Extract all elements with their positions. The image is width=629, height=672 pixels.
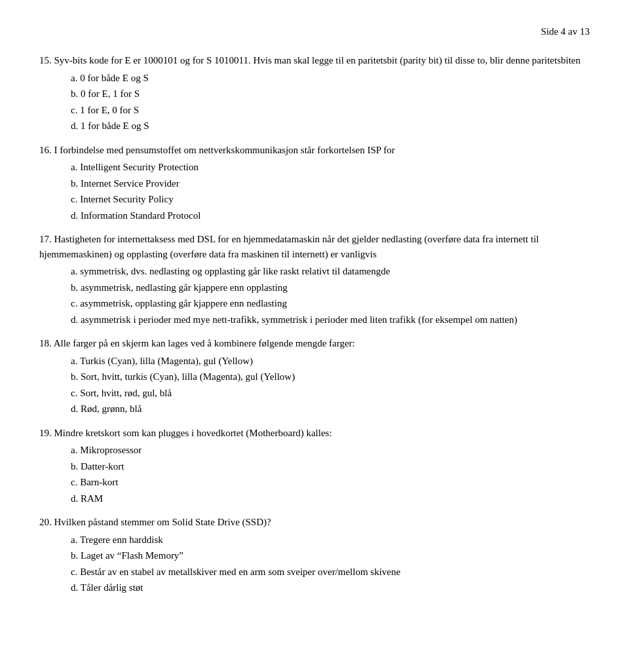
option-q19-1: b. Datter-kort <box>71 459 590 474</box>
page-header: Side 4 av 13 <box>39 26 590 37</box>
option-q15-0: a. 0 for både E og S <box>71 71 590 86</box>
option-text: asymmetrisk, opplasting går kjappere enn… <box>80 298 287 308</box>
options-q18: a. Turkis (Cyan), lilla (Magenta), gul (… <box>39 354 590 417</box>
options-q17: a. symmetrisk, dvs. nedlasting og opplas… <box>39 264 590 327</box>
option-label: a. <box>71 73 80 83</box>
option-label: a. <box>71 356 80 366</box>
question-block-q19: 19. Mindre kretskort som kan plugges i h… <box>39 426 590 506</box>
option-q18-1: b. Sort, hvitt, turkis (Cyan), lilla (Ma… <box>71 369 590 384</box>
option-text: symmetrisk, dvs. nedlasting og opplastin… <box>80 266 390 276</box>
option-label: a. <box>71 162 80 172</box>
option-q19-0: a. Mikroprosessor <box>71 443 590 458</box>
option-text: 0 for både E og S <box>80 73 149 83</box>
option-label: d. <box>71 210 81 221</box>
option-text: Sort, hvitt, rød, gul, blå <box>80 388 172 398</box>
option-label: d. <box>71 403 81 414</box>
option-q16-2: c. Internet Security Policy <box>71 192 590 207</box>
option-q20-0: a. Tregere enn harddisk <box>71 532 590 548</box>
option-text: Laget av “Flash Memory” <box>81 550 183 561</box>
option-text: Rød, grønn, blå <box>81 403 142 414</box>
question-text-q17: 17. Hastigheten for internettaksess med … <box>39 232 590 261</box>
option-q20-3: d. Tåler dårlig støt <box>71 580 590 595</box>
option-label: c. <box>71 388 80 398</box>
question-text-q19: 19. Mindre kretskort som kan plugges i h… <box>39 426 590 441</box>
option-text: 1 for E, 0 for S <box>80 105 139 115</box>
option-q15-1: b. 0 for E, 1 for S <box>71 86 590 102</box>
page-number: Side 4 av 13 <box>541 26 590 37</box>
options-q20: a. Tregere enn harddiskb. Laget av “Flas… <box>39 532 590 595</box>
option-q19-3: d. RAM <box>71 491 590 506</box>
option-text: Datter-kort <box>81 461 124 472</box>
option-label: b. <box>71 461 81 472</box>
option-text: Barn-kort <box>80 477 118 487</box>
option-label: b. <box>71 178 81 189</box>
option-q16-1: b. Internet Service Provider <box>71 176 590 191</box>
question-block-q18: 18. Alle farger på en skjerm kan lages v… <box>39 336 590 417</box>
option-label: c. <box>71 194 80 204</box>
option-label: d. <box>71 314 81 325</box>
question-block-q16: 16. I forbindelse med pensumstoffet om n… <box>39 143 590 223</box>
option-text: asymmetrisk, nedlasting går kjappere enn… <box>81 282 288 293</box>
option-text: Tåler dårlig støt <box>81 582 143 593</box>
question-block-q20: 20. Hvilken påstand stemmer om Solid Sta… <box>39 515 590 595</box>
option-label: b. <box>71 550 81 561</box>
question-text-q16: 16. I forbindelse med pensumstoffet om n… <box>39 143 590 158</box>
option-text: Internet Service Provider <box>81 178 180 189</box>
question-text-q18: 18. Alle farger på en skjerm kan lages v… <box>39 336 590 351</box>
question-block-q15: 15. Syv-bits kode for E er 1000101 og fo… <box>39 53 590 134</box>
option-label: b. <box>71 88 81 99</box>
question-text-q20: 20. Hvilken påstand stemmer om Solid Sta… <box>39 515 590 530</box>
option-label: a. <box>71 266 80 276</box>
option-q17-3: d. asymmetrisk i perioder med mye nett-t… <box>71 312 590 327</box>
question-block-q17: 17. Hastigheten for internettaksess med … <box>39 232 590 327</box>
option-label: c. <box>71 298 80 308</box>
option-text: Intelligent Security Protection <box>80 162 199 172</box>
option-label: c. <box>71 567 80 577</box>
option-label: d. <box>71 493 81 504</box>
option-q15-2: c. 1 for E, 0 for S <box>71 103 590 118</box>
option-text: Sort, hvitt, turkis (Cyan), lilla (Magen… <box>81 371 295 382</box>
option-q18-0: a. Turkis (Cyan), lilla (Magenta), gul (… <box>71 354 590 369</box>
option-text: Information Standard Protocol <box>81 210 200 221</box>
option-label: c. <box>71 477 80 487</box>
option-q18-3: d. Rød, grønn, blå <box>71 401 590 417</box>
option-label: d. <box>71 121 81 131</box>
options-q16: a. Intelligent Security Protectionb. Int… <box>39 160 590 223</box>
option-label: d. <box>71 582 81 593</box>
option-q16-3: d. Information Standard Protocol <box>71 208 590 223</box>
option-q20-2: c. Består av en stabel av metallskiver m… <box>71 565 590 580</box>
option-text: 0 for E, 1 for S <box>81 88 140 99</box>
option-text: asymmetrisk i perioder med mye nett-traf… <box>81 314 517 325</box>
option-label: a. <box>71 534 80 545</box>
option-text: RAM <box>81 493 103 504</box>
question-text-q15: 15. Syv-bits kode for E er 1000101 og fo… <box>39 53 590 68</box>
option-label: a. <box>71 445 80 455</box>
options-q19: a. Mikroprosessorb. Datter-kortc. Barn-k… <box>39 443 590 506</box>
option-text: Internet Security Policy <box>80 194 173 204</box>
option-q17-1: b. asymmetrisk, nedlasting går kjappere … <box>71 280 590 295</box>
option-text: Turkis (Cyan), lilla (Magenta), gul (Yel… <box>80 356 253 366</box>
option-text: Består av en stabel av metallskiver med … <box>80 567 400 577</box>
option-q16-0: a. Intelligent Security Protection <box>71 160 590 175</box>
options-q15: a. 0 for både E og Sb. 0 for E, 1 for Sc… <box>39 71 590 134</box>
option-label: b. <box>71 282 81 293</box>
option-label: c. <box>71 105 80 115</box>
option-q17-2: c. asymmetrisk, opplasting går kjappere … <box>71 296 590 311</box>
option-q15-3: d. 1 for både E og S <box>71 119 590 134</box>
option-q20-1: b. Laget av “Flash Memory” <box>71 548 590 563</box>
option-label: b. <box>71 371 81 382</box>
option-text: 1 for både E og S <box>81 121 149 131</box>
option-q17-0: a. symmetrisk, dvs. nedlasting og opplas… <box>71 264 590 279</box>
option-text: Tregere enn harddisk <box>80 534 163 545</box>
option-q19-2: c. Barn-kort <box>71 475 590 490</box>
option-text: Mikroprosessor <box>80 445 142 455</box>
option-q18-2: c. Sort, hvitt, rød, gul, blå <box>71 386 590 401</box>
